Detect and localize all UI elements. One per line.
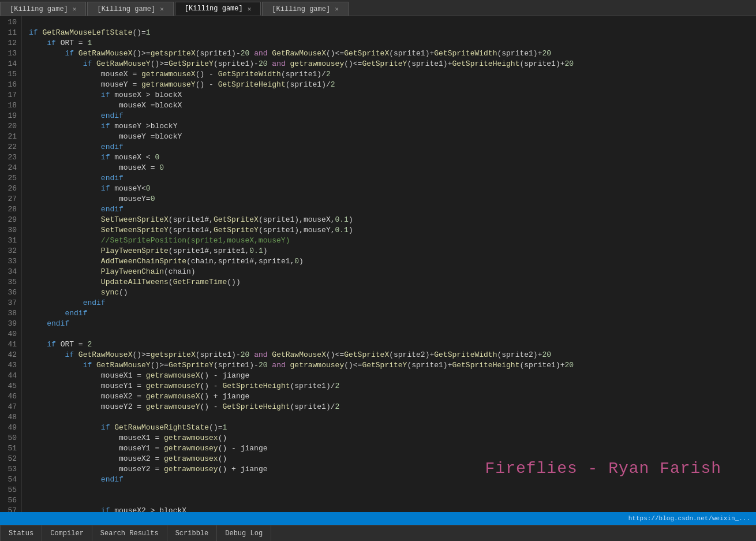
- line-number: 27: [2, 194, 17, 204]
- bottom-tab-status[interactable]: Status: [0, 525, 42, 541]
- tab-4[interactable]: [Killing game] ✕: [262, 2, 348, 16]
- code-line: if GetRawMouseY()>=GetSpriteY(sprite1)-2…: [29, 360, 756, 371]
- tab-label-1: [Killing game]: [10, 5, 68, 13]
- line-number: 26: [2, 184, 17, 194]
- code-content[interactable]: if GetRawMouseLeftState()=1 if ORT = 1 i…: [22, 16, 756, 512]
- bottom-tab-compiler[interactable]: Compiler: [42, 525, 92, 541]
- code-line: mouseY2 = getrawmousey() + jiange: [29, 464, 756, 475]
- line-number: 35: [2, 277, 17, 288]
- tab-close-3[interactable]: ✕: [248, 5, 252, 13]
- code-line: [29, 412, 756, 423]
- bottom-tab-scribble[interactable]: Scribble: [167, 525, 218, 541]
- line-number: 53: [2, 464, 17, 475]
- code-line: endif: [29, 475, 756, 485]
- tab-close-1[interactable]: ✕: [73, 5, 77, 13]
- line-number: 52: [2, 454, 17, 464]
- status-bar: https://blog.csdn.net/weixin_...: [0, 512, 756, 525]
- line-number: 40: [2, 329, 17, 339]
- code-line: //SetSpritePosition(sprite1,mouseX,mouse…: [29, 236, 756, 246]
- code-line: if mouseX < 0: [29, 152, 756, 163]
- line-number: 50: [2, 433, 17, 443]
- code-line: if mouseY >blockY: [29, 121, 756, 132]
- line-number: 16: [2, 80, 17, 90]
- code-line: if ORT = 1: [29, 38, 756, 48]
- code-line: [29, 485, 756, 495]
- code-line: PlayTweenChain(chain): [29, 267, 756, 277]
- line-number: 12: [2, 38, 17, 48]
- line-number: 48: [2, 412, 17, 423]
- code-line: AddTweenChainSprite(chain,sprite1#,sprit…: [29, 256, 756, 267]
- tab-close-2[interactable]: ✕: [160, 5, 164, 13]
- code-line: mouseX2 = getrawmousex(): [29, 454, 756, 464]
- code-line: if ORT = 2: [29, 339, 756, 350]
- code-line: if GetRawMouseX()>=getspriteX(sprite1)-2…: [29, 48, 756, 59]
- line-number: 39: [2, 319, 17, 329]
- line-number: 23: [2, 152, 17, 163]
- code-line: endif: [29, 142, 756, 152]
- tab-bar: [Killing game] ✕ [Killing game] ✕ [Killi…: [0, 0, 756, 16]
- line-number: 56: [2, 495, 17, 506]
- code-line: if GetRawMouseY()>=GetSpriteY(sprite1)-2…: [29, 59, 756, 69]
- line-number: 34: [2, 267, 17, 277]
- line-number: 37: [2, 298, 17, 308]
- line-number: 14: [2, 59, 17, 69]
- code-line: mouseX = getrawmouseX() - GetSpriteWidth…: [29, 69, 756, 80]
- bottom-tabs: Status Compiler Search Results Scribble …: [0, 525, 756, 541]
- line-number: 54: [2, 475, 17, 485]
- line-number: 45: [2, 381, 17, 391]
- code-line: mouseX2 = getrawmouseX() + jiange: [29, 391, 756, 402]
- line-number: 30: [2, 225, 17, 236]
- line-number: 17: [2, 90, 17, 100]
- tab-3[interactable]: [Killing game] ✕: [175, 2, 261, 16]
- line-number: 41: [2, 339, 17, 350]
- code-line: if GetRawMouseLeftState()=1: [29, 28, 756, 38]
- code-line: SetTweenSpriteY(sprite1#,GetSpriteY(spri…: [29, 225, 756, 236]
- line-number: 38: [2, 308, 17, 319]
- line-number: 57: [2, 506, 17, 512]
- line-number: 42: [2, 350, 17, 360]
- code-line: mouseY =blockY: [29, 132, 756, 142]
- tab-label-3: [Killing game]: [185, 5, 243, 13]
- code-line: [29, 495, 756, 506]
- line-number: 24: [2, 163, 17, 173]
- code-line: endif: [29, 173, 756, 184]
- line-number: 18: [2, 100, 17, 111]
- editor-area: 1011121314151617181920212223242526272829…: [0, 16, 756, 512]
- code-line: if GetRawMouseRightState()=1: [29, 423, 756, 433]
- line-number: 20: [2, 121, 17, 132]
- bottom-tab-search-results[interactable]: Search Results: [92, 525, 167, 541]
- line-number: 13: [2, 48, 17, 59]
- tab-label-2: [Killing game]: [97, 5, 155, 13]
- code-line: mouseX = 0: [29, 163, 756, 173]
- tab-1[interactable]: [Killing game] ✕: [0, 2, 86, 16]
- code-line: endif: [29, 308, 756, 319]
- line-number: 22: [2, 142, 17, 152]
- code-line: sync(): [29, 288, 756, 298]
- code-line: endif: [29, 298, 756, 308]
- line-number: 33: [2, 256, 17, 267]
- bottom-tab-debug-log[interactable]: Debug Log: [217, 525, 271, 541]
- code-line: mouseY = getrawmouseY() - GetSpriteHeigh…: [29, 80, 756, 90]
- code-line: UpdateAllTweens(GetFrameTime()): [29, 277, 756, 288]
- line-number: 11: [2, 28, 17, 38]
- code-line: if mouseX2 > blockX: [29, 506, 756, 512]
- line-number: 29: [2, 215, 17, 225]
- line-number: 47: [2, 402, 17, 412]
- tab-close-4[interactable]: ✕: [335, 5, 339, 13]
- code-line: endif: [29, 111, 756, 121]
- code-line: PlayTweenSprite(sprite1#,sprite1,0.1): [29, 246, 756, 256]
- line-number: 46: [2, 391, 17, 402]
- line-number: 43: [2, 360, 17, 371]
- line-number: 19: [2, 111, 17, 121]
- code-line: if mouseX > blockX: [29, 90, 756, 100]
- code-line: [29, 329, 756, 339]
- code-line: SetTweenSpriteX(sprite1#,GetSpriteX(spri…: [29, 215, 756, 225]
- code-line: mouseY1 = getrawmouseY() - GetSpriteHeig…: [29, 381, 756, 391]
- tab-2[interactable]: [Killing game] ✕: [87, 2, 173, 16]
- line-number: 15: [2, 69, 17, 80]
- code-line: mouseX1 = getrawmousex(): [29, 433, 756, 443]
- tab-label-4: [Killing game]: [272, 5, 330, 13]
- line-numbers: 1011121314151617181920212223242526272829…: [0, 16, 22, 512]
- code-line: if mouseY<0: [29, 184, 756, 194]
- line-number: 51: [2, 443, 17, 454]
